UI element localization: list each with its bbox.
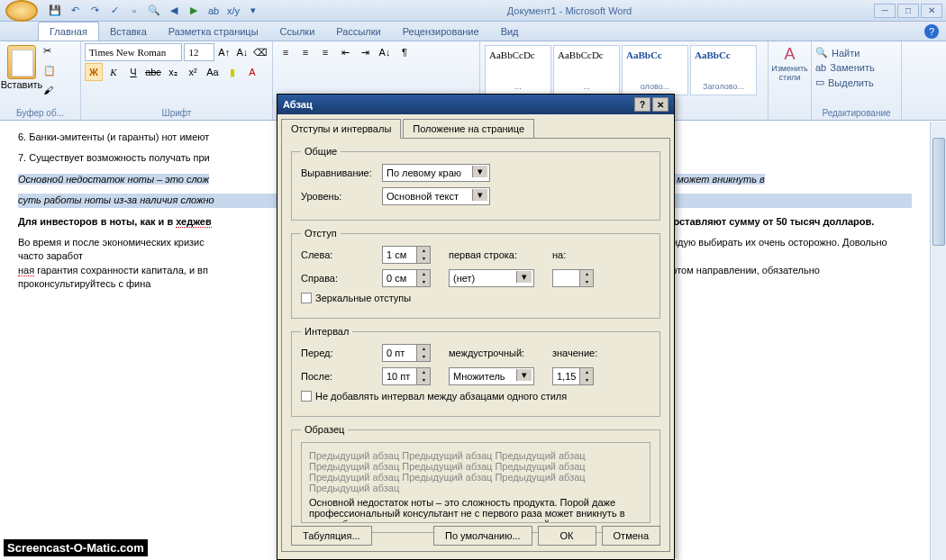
legend-general: Общие: [301, 146, 341, 157]
spellcheck-icon[interactable]: ✓: [106, 3, 123, 19]
subscript-button[interactable]: x₂: [164, 63, 182, 81]
indent-icon[interactable]: ⇥: [356, 43, 374, 61]
group-change-styles: A Изменить стили: [769, 41, 812, 120]
grow-font-icon[interactable]: A↑: [216, 43, 232, 61]
tab-review[interactable]: Рецензирование: [392, 23, 490, 41]
office-button[interactable]: [5, 0, 38, 22]
outdent-icon[interactable]: ⇤: [336, 43, 354, 61]
at-input[interactable]: 1,15: [552, 367, 594, 385]
font-size-combo[interactable]: 12: [184, 43, 214, 61]
underline-button[interactable]: Ч: [124, 63, 142, 81]
fieldset-spacing: Интервал Перед: 0 пт междустрочный: знач…: [291, 326, 660, 417]
new-icon[interactable]: ▫: [126, 3, 142, 19]
window-controls: ─ □ ✕: [874, 4, 942, 18]
dialog-buttons: Табуляция... По умолчанию... ОК Отмена: [291, 526, 660, 546]
change-styles-icon[interactable]: A: [784, 45, 795, 64]
cancel-button[interactable]: Отмена: [602, 526, 660, 546]
tab-pagination[interactable]: Положение на странице: [403, 119, 534, 139]
superscript-button[interactable]: x²: [184, 63, 202, 81]
dialog-title: Абзац: [283, 99, 632, 110]
firstline-dropdown[interactable]: (нет): [449, 269, 534, 287]
strike-button[interactable]: abc: [144, 63, 162, 81]
clear-format-icon[interactable]: ⌫: [252, 43, 268, 61]
copy-icon[interactable]: 📋: [43, 65, 61, 81]
dialog-close-button[interactable]: ✕: [652, 97, 669, 112]
tab-home[interactable]: Главная: [38, 22, 99, 41]
preview-area: Предыдущий абзац Предыдущий абзац Предыд…: [301, 442, 650, 523]
group-font: Times New Roman 12 A↑ A↓ ⌫ Ж К Ч abc x₂ …: [81, 41, 273, 120]
tabs-button[interactable]: Табуляция...: [291, 526, 372, 546]
tab-view[interactable]: Вид: [490, 23, 530, 41]
style-normal[interactable]: AaBbCcDc ...: [485, 45, 551, 95]
numbering-icon[interactable]: ≡: [296, 43, 314, 61]
paste-button[interactable]: Вставить: [4, 43, 40, 103]
style-heading1[interactable]: AaBbCc олово...: [622, 45, 688, 95]
more-icon[interactable]: ▾: [245, 3, 261, 19]
mirror-checkbox[interactable]: Зеркальные отступы: [301, 293, 650, 303]
label-before: Перед:: [301, 348, 382, 358]
bullets-icon[interactable]: ≡: [277, 43, 295, 61]
save-icon[interactable]: 💾: [47, 3, 63, 19]
tab-indents[interactable]: Отступы и интервалы: [281, 119, 401, 139]
multilevel-icon[interactable]: ≡: [316, 43, 334, 61]
preview-icon[interactable]: 🔍: [146, 3, 162, 19]
pilcrow-icon[interactable]: ¶: [396, 43, 414, 61]
back-icon[interactable]: ◀: [166, 3, 182, 19]
by-input[interactable]: [552, 269, 594, 287]
close-button[interactable]: ✕: [921, 4, 942, 18]
quick-access-toolbar: 💾 ↶ ↷ ✓ ▫ 🔍 ◀ ▶ ab x/y ▾: [43, 3, 265, 19]
label-left: Слева:: [301, 249, 382, 260]
undo-icon[interactable]: ↶: [67, 3, 83, 19]
tab-insert[interactable]: Вставка: [99, 23, 158, 41]
replace-button[interactable]: abЗаменить: [815, 60, 897, 75]
style-heading2[interactable]: AaBbCc Заголово...: [690, 45, 757, 95]
default-button[interactable]: По умолчанию...: [433, 526, 532, 546]
change-styles-label: Изменить стили: [771, 64, 808, 82]
shrink-font-icon[interactable]: A↓: [234, 43, 250, 61]
label-by: на:: [552, 249, 615, 260]
replace-icon[interactable]: ab: [205, 3, 222, 19]
tab-refs[interactable]: Ссылки: [269, 23, 326, 41]
style-nospacing[interactable]: AaBbCcDc ...: [553, 45, 620, 95]
tab-mail[interactable]: Рассылки: [325, 23, 391, 41]
maximize-button[interactable]: □: [897, 4, 919, 18]
tab-layout[interactable]: Разметка страницы: [158, 23, 269, 41]
dialog-help-button[interactable]: ?: [634, 97, 650, 112]
level-dropdown[interactable]: Основной текст: [382, 187, 490, 205]
label-alignment: Выравнивание:: [301, 167, 382, 178]
legend-spacing: Интервал: [301, 326, 352, 337]
italic-button[interactable]: К: [105, 63, 123, 81]
highlight-icon[interactable]: ▮: [223, 63, 241, 81]
format-painter-icon[interactable]: 🖌: [43, 85, 61, 101]
dialog-titlebar[interactable]: Абзац ? ✕: [277, 95, 674, 114]
select-button[interactable]: ▭Выделить: [815, 75, 897, 90]
group-label: Шрифт: [81, 108, 272, 118]
minimize-button[interactable]: ─: [874, 4, 896, 18]
nosame-checkbox[interactable]: Не добавлять интервал между абзацами одн…: [301, 391, 650, 402]
label-after: После:: [301, 371, 382, 382]
alignment-dropdown[interactable]: По левому краю: [382, 164, 490, 182]
left-indent-input[interactable]: 1 см: [382, 246, 431, 264]
label-linespacing: междустрочный:: [449, 348, 552, 358]
find-button[interactable]: 🔍Найти: [815, 45, 897, 60]
find-icon: 🔍: [815, 47, 828, 59]
window-title: Документ1 - Microsoft Word: [265, 5, 874, 16]
fraction-icon[interactable]: x/y: [225, 3, 241, 19]
case-button[interactable]: Aa: [204, 63, 222, 81]
after-input[interactable]: 10 пт: [382, 367, 431, 385]
bold-button[interactable]: Ж: [85, 63, 103, 81]
font-name-combo[interactable]: Times New Roman: [85, 43, 182, 61]
scroll-thumb[interactable]: [932, 138, 945, 246]
cut-icon[interactable]: ✂: [43, 45, 61, 61]
dialog-body: Общие Выравнивание: По левому краю Урове…: [281, 138, 670, 552]
play-icon[interactable]: ▶: [186, 3, 202, 19]
right-indent-input[interactable]: 0 см: [382, 269, 431, 287]
font-color-icon[interactable]: A: [243, 63, 261, 81]
before-input[interactable]: 0 пт: [382, 344, 431, 362]
linespacing-dropdown[interactable]: Множитель: [449, 367, 534, 385]
help-icon[interactable]: ?: [924, 24, 939, 39]
vertical-scrollbar[interactable]: [930, 122, 946, 560]
redo-icon[interactable]: ↷: [86, 3, 103, 19]
sort-icon[interactable]: A↓: [376, 43, 394, 61]
ok-button[interactable]: ОК: [538, 526, 596, 546]
